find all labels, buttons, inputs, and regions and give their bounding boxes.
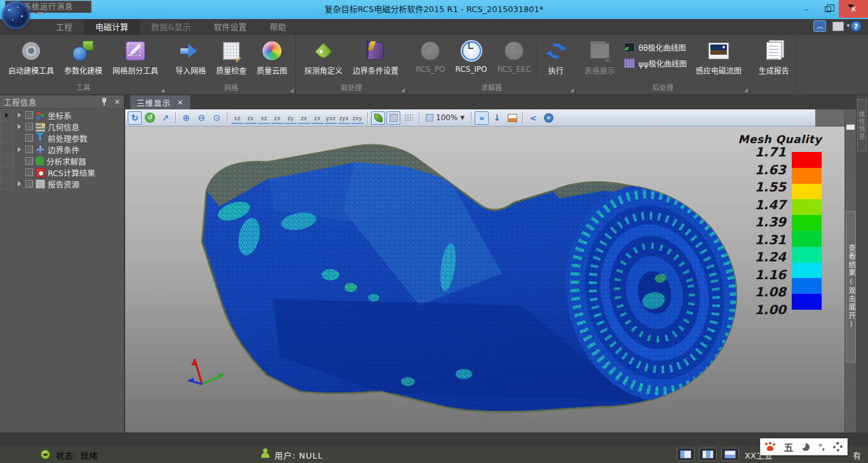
- tree-item-rcs-results[interactable]: RCS计算结果: [14, 167, 124, 178]
- solver-rcs-eec-button[interactable]: RCS_EEC: [492, 37, 536, 74]
- orbit-button[interactable]: ↻: [128, 111, 142, 125]
- table-show-button[interactable]: 表格展示: [580, 37, 620, 76]
- tree-item-report-resources[interactable]: 报告资源: [14, 178, 124, 190]
- punctuation-toggle[interactable]: °,: [818, 442, 824, 452]
- axis-view-button[interactable]: zyx: [338, 111, 350, 124]
- checkbox[interactable]: [25, 157, 33, 165]
- ime-mode-toggle[interactable]: 五: [784, 440, 794, 453]
- psi-polarization-curve-button[interactable]: ψψ极化曲线图: [624, 58, 687, 69]
- tab-settings[interactable]: 软件设置: [202, 19, 258, 35]
- axis-view-button[interactable]: zxy: [351, 111, 363, 124]
- tree-item-preprocess-params[interactable]: 前处理参数: [14, 132, 124, 144]
- mesh-partition-tool-button[interactable]: 网格剖分工具: [107, 37, 163, 76]
- share-button[interactable]: <: [526, 111, 540, 125]
- copy-window-button[interactable]: [505, 111, 519, 125]
- layout-bottom-button[interactable]: [721, 448, 739, 461]
- collapse-ribbon-icon[interactable]: ︿: [813, 20, 826, 32]
- row-header-cell[interactable]: [0, 144, 14, 155]
- panel-close-icon[interactable]: ✕: [114, 98, 120, 106]
- tree-item-geometry-info[interactable]: 几何信息: [14, 121, 124, 132]
- layout-center-button[interactable]: [699, 448, 717, 461]
- tab-data-display[interactable]: 数据&显示: [140, 19, 202, 35]
- tree-item-boundary-conditions[interactable]: 边界条件: [14, 144, 124, 155]
- expand-icon[interactable]: [18, 113, 21, 118]
- generate-report-button[interactable]: 生成报告: [754, 37, 794, 76]
- checkbox[interactable]: [25, 169, 33, 176]
- group-launcher-icon[interactable]: [401, 88, 405, 92]
- quality-cloud-button[interactable]: 质量云图: [252, 37, 292, 76]
- probe-angle-button[interactable]: 探测角定义: [299, 37, 348, 76]
- group-launcher-icon[interactable]: [570, 88, 574, 92]
- row-header-cell[interactable]: [0, 178, 14, 190]
- ime-logo-icon[interactable]: [765, 443, 775, 452]
- axis-view-button[interactable]: yxz: [325, 111, 337, 124]
- tab-view-results[interactable]: 查看结果(双击展开): [846, 211, 856, 363]
- export-down-button[interactable]: ↓: [490, 111, 504, 125]
- zoom-out-button[interactable]: ⊖: [194, 111, 208, 125]
- pan-button[interactable]: ↗: [158, 111, 172, 125]
- moon-icon[interactable]: [802, 443, 810, 451]
- checkbox[interactable]: [25, 146, 33, 153]
- expand-icon[interactable]: [18, 124, 21, 129]
- zoom-level-select[interactable]: 100% ▼: [423, 112, 468, 123]
- wire-points-button[interactable]: [402, 111, 416, 125]
- app-logo-icon[interactable]: [2, 1, 30, 29]
- tab-close-icon[interactable]: ✕: [177, 99, 184, 107]
- capture-view-button[interactable]: «: [475, 111, 489, 125]
- help-icon[interactable]: ?: [850, 20, 862, 32]
- zoom-fit-button[interactable]: ⊙: [210, 111, 224, 125]
- checkbox[interactable]: [25, 123, 33, 130]
- tree-item-analysis-solver[interactable]: 分析求解器: [14, 155, 124, 167]
- tree-item-coordinate-system[interactable]: 坐标系: [14, 109, 124, 121]
- expand-icon[interactable]: [18, 147, 21, 152]
- axis-view-button[interactable]: xz: [231, 111, 243, 124]
- quality-check-button[interactable]: 质量检查: [211, 37, 252, 76]
- axis-view-button[interactable]: xz: [258, 111, 270, 124]
- spin-button[interactable]: ↺: [143, 111, 157, 125]
- row-header-cell[interactable]: [0, 167, 14, 178]
- parametric-modeling-button[interactable]: 参数化建模: [59, 37, 107, 76]
- tab-list-caret-icon[interactable]: [848, 4, 854, 8]
- layout-left-button[interactable]: [677, 448, 695, 461]
- expand-icon[interactable]: [18, 181, 21, 186]
- boundary-condition-button[interactable]: 边界条件设置: [348, 37, 403, 76]
- launch-modeling-tool-button[interactable]: 启动建模工具: [3, 37, 59, 76]
- row-header-cell[interactable]: [0, 121, 14, 132]
- close-button[interactable]: ✕: [839, 0, 868, 18]
- group-launcher-icon[interactable]: [290, 88, 294, 92]
- axis-view-button[interactable]: zx: [298, 111, 310, 124]
- display-mode-icon[interactable]: [832, 22, 844, 31]
- checkbox[interactable]: [25, 134, 33, 142]
- zoom-in-button[interactable]: ⊕: [179, 111, 193, 125]
- row-header-cell[interactable]: [0, 109, 14, 121]
- flat-shade-button[interactable]: [386, 111, 400, 125]
- tab-em-compute[interactable]: 电磁计算: [84, 19, 140, 35]
- row-header-cell[interactable]: [0, 155, 14, 167]
- import-mesh-button[interactable]: 导入网格: [170, 37, 211, 76]
- pin-icon[interactable]: [102, 98, 107, 106]
- clear-view-button[interactable]: ✕: [541, 111, 555, 125]
- tab-3d-display[interactable]: 三维显示 ✕: [130, 95, 190, 109]
- tab-help[interactable]: 帮助: [258, 19, 297, 35]
- group-launcher-icon[interactable]: [744, 88, 748, 92]
- tab-project[interactable]: 工程: [44, 19, 84, 35]
- solver-rcs-ipo-button[interactable]: RCS_IPO: [451, 37, 492, 74]
- group-launcher-icon[interactable]: [161, 88, 165, 92]
- axis-view-button[interactable]: zx: [311, 111, 323, 124]
- axis-view-button[interactable]: zx: [245, 111, 257, 124]
- execute-button[interactable]: 执行: [539, 37, 573, 76]
- tab-property-info[interactable]: 属性信息: [857, 99, 867, 151]
- theta-polarization-curve-button[interactable]: θθ极化曲线图: [624, 42, 687, 53]
- minimize-button[interactable]: –: [796, 0, 817, 18]
- checkbox[interactable]: [25, 180, 33, 188]
- checkbox[interactable]: [25, 111, 33, 119]
- smooth-shade-button[interactable]: [371, 111, 385, 125]
- 3d-viewport[interactable]: Mesh Quality 1.711.631.551.471.391.311.2…: [125, 127, 844, 432]
- induced-current-map-button[interactable]: 感应电磁流图: [691, 37, 747, 76]
- solver-rcs-po-button[interactable]: RCS_PO: [410, 37, 450, 74]
- axis-view-button[interactable]: zx: [271, 111, 283, 124]
- ime-settings-gear-icon[interactable]: [833, 442, 843, 452]
- row-header-cell[interactable]: [0, 132, 14, 144]
- axis-view-button[interactable]: zy: [285, 111, 297, 124]
- restore-button[interactable]: [817, 0, 839, 18]
